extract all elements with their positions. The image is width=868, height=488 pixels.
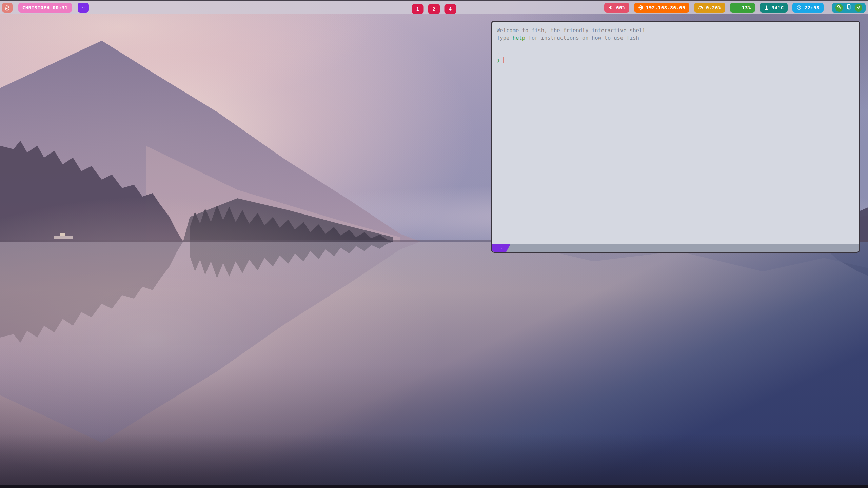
clock-widget[interactable]: 22:58 bbox=[792, 3, 824, 13]
cpu-load-widget[interactable]: 0.26% bbox=[694, 3, 725, 13]
desktop: CHRISTOPH 00:31 ~ 1 2 4 bbox=[0, 0, 868, 488]
memory-widget[interactable]: 13% bbox=[730, 3, 755, 13]
clock-icon bbox=[796, 5, 802, 10]
globe-icon bbox=[638, 5, 643, 10]
path-badge[interactable]: ~ bbox=[78, 3, 89, 13]
workspace-switcher: 1 2 4 bbox=[412, 3, 456, 15]
taskbar-left-group: CHRISTOPH 00:31 ~ bbox=[2, 3, 89, 13]
gauge-icon bbox=[698, 5, 703, 10]
terminal-output[interactable]: Welcome to fish, the friendly interactiv… bbox=[492, 22, 859, 244]
workspace-label: 4 bbox=[449, 6, 452, 12]
terminal-greeting-line2: Type help for instructions on how to use… bbox=[497, 34, 854, 42]
workspace-button-2[interactable]: 2 bbox=[428, 4, 440, 14]
check-icon bbox=[856, 4, 861, 11]
key-icon bbox=[837, 4, 842, 11]
prompt-symbol: ❯ bbox=[497, 57, 500, 63]
temperature-widget[interactable]: 34°C bbox=[760, 3, 788, 13]
temperature-label: 34°C bbox=[772, 5, 784, 11]
system-tray bbox=[832, 3, 866, 13]
volume-widget[interactable]: 60% bbox=[604, 3, 629, 13]
path-badge-label: ~ bbox=[82, 5, 85, 11]
network-ip-widget[interactable]: 192.168.86.69 bbox=[634, 3, 689, 13]
tray-status-ok-button[interactable] bbox=[855, 4, 862, 12]
help-keyword: help bbox=[513, 35, 525, 41]
database-icon bbox=[734, 5, 739, 10]
phone-icon[interactable] bbox=[846, 4, 851, 11]
cpu-load-label: 0.26% bbox=[706, 5, 721, 11]
volume-label: 60% bbox=[616, 5, 625, 11]
network-ip-label: 192.168.86.69 bbox=[646, 5, 685, 11]
taskbar: CHRISTOPH 00:31 ~ 1 2 4 bbox=[0, 0, 868, 14]
workspace-button-1[interactable]: 1 bbox=[412, 4, 424, 14]
terminal-tab-bar[interactable]: ~ bbox=[492, 244, 859, 252]
terminal-greeting-line1: Welcome to fish, the friendly interactiv… bbox=[497, 27, 854, 34]
prompt-line: ❯ bbox=[497, 57, 854, 64]
terminal-cursor bbox=[503, 57, 504, 63]
terminal-tab-label: ~ bbox=[500, 246, 502, 250]
thermometer-icon bbox=[764, 5, 769, 10]
terminal-blank-line bbox=[497, 42, 854, 49]
terminal-window[interactable]: Welcome to fish, the friendly interactiv… bbox=[491, 21, 860, 253]
clock-label: 22:58 bbox=[804, 5, 820, 11]
launcher-button[interactable] bbox=[2, 3, 13, 13]
tray-password-manager-button[interactable] bbox=[835, 4, 843, 12]
tux-penguin-icon bbox=[4, 5, 10, 11]
taskbar-status-group: 60% 192.168.86.69 bbox=[604, 3, 866, 13]
prompt-path: ~ bbox=[497, 49, 854, 57]
memory-label: 13% bbox=[742, 5, 751, 11]
workspace-label: 1 bbox=[416, 6, 419, 12]
workspace-button-4[interactable]: 4 bbox=[445, 4, 456, 14]
terminal-tab-home[interactable]: ~ bbox=[492, 244, 510, 252]
user-session-label: CHRISTOPH 00:31 bbox=[22, 5, 68, 11]
workspace-label: 2 bbox=[433, 6, 435, 12]
speaker-icon bbox=[608, 5, 613, 10]
user-session-badge[interactable]: CHRISTOPH 00:31 bbox=[18, 3, 72, 13]
